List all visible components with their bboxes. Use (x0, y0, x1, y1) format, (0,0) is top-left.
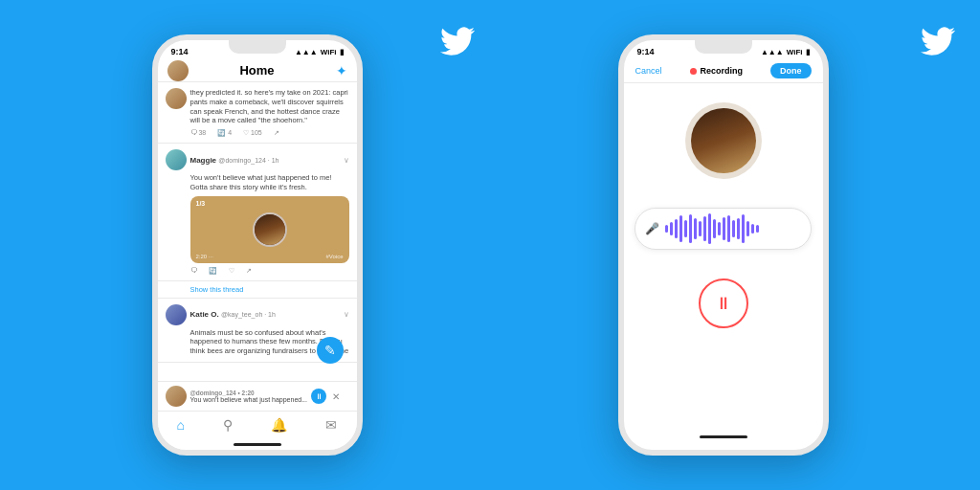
waveform-bar-14 (732, 220, 735, 237)
phone-notch-2 (695, 40, 752, 54)
tweet-username-3: Katie O. (190, 310, 219, 319)
pause-icon: ⏸ (715, 294, 732, 314)
home-header: Home ✦ (158, 59, 357, 82)
waveform-bar-2 (675, 219, 678, 238)
tweet-handle-3: @kay_tee_oh · 1h (221, 311, 276, 318)
phone-recording: 9:14 ▲▲▲ WiFi ▮ Cancel Recording Done (618, 34, 829, 456)
mini-player-close-btn[interactable]: ✕ (332, 391, 340, 402)
tweet-text-1: they predicted it. so here's my take on … (190, 88, 349, 125)
share-icon-2[interactable]: ↗ (246, 267, 252, 275)
waveform-bar-1 (670, 222, 673, 235)
like-count-1[interactable]: ♡ 105 (243, 129, 262, 137)
waveform-bar-7 (699, 221, 702, 236)
voice-card-tag: #Voice (325, 254, 343, 259)
tweet-avatar-3 (166, 304, 187, 325)
waveform-bar-12 (723, 217, 725, 240)
scene: 9:14 ▲▲▲ WiFi ▮ Home ✦ they predicted it… (0, 0, 980, 490)
retweet-icon-2[interactable]: 🔄 (209, 267, 217, 275)
phone-home-feed: 9:14 ▲▲▲ WiFi ▮ Home ✦ they predicted it… (152, 34, 363, 456)
recording-avatar-inner (691, 108, 756, 173)
tweet-header-3: Katie O. @kay_tee_oh · 1h ∨ (166, 304, 349, 325)
voice-card-counter: 1/3 (196, 200, 206, 207)
waveform-bar-3 (679, 215, 682, 242)
phone-notch-1 (229, 40, 286, 54)
mini-player: @domingo_124 • 2:20 You won't believe wh… (158, 381, 357, 411)
twitter-logo-left (440, 27, 475, 59)
compose-mic-button[interactable]: ✎ (317, 337, 344, 364)
battery-icon: ▮ (340, 48, 344, 56)
retweet-count-1[interactable]: 🔄 4 (217, 129, 232, 137)
home-title: Home (239, 63, 274, 78)
mini-player-handle: @domingo_124 • 2:20 (190, 390, 308, 396)
waveform-container: 🎤 (635, 208, 812, 250)
tweet-avatar-1 (166, 88, 187, 109)
recording-status: Recording (690, 66, 744, 76)
tweet-item-2: Maggie @domingo_124 · 1h ∨ You won't bel… (158, 144, 357, 281)
tweet-handle-2: @domingo_124 · 1h (218, 157, 278, 164)
waveform-bar-18 (751, 224, 754, 234)
recording-dot (690, 68, 697, 75)
tweet-more-2[interactable]: ∨ (344, 156, 349, 165)
mini-player-info: @domingo_124 • 2:20 You won't believe wh… (190, 390, 308, 403)
wifi-icon-2: WiFi (787, 48, 803, 56)
waveform-bar-6 (694, 218, 697, 239)
waveform-bars (665, 213, 801, 244)
mini-player-controls: ⏸ ✕ (311, 389, 340, 404)
status-time-1: 9:14 (171, 47, 189, 56)
waveform-bar-9 (708, 213, 711, 244)
comment-icon-2[interactable]: 🗨 (190, 267, 197, 275)
waveform-bar-11 (718, 222, 721, 235)
pause-button-large[interactable]: ⏸ (699, 278, 748, 328)
signal-icon: ▲▲▲ (295, 48, 318, 56)
header-avatar[interactable] (167, 60, 189, 81)
waveform-bar-13 (727, 215, 730, 242)
show-thread[interactable]: Show this thread (158, 281, 357, 299)
tweet-avatar-2 (166, 149, 187, 170)
waveform-bar-8 (703, 216, 706, 241)
tweet-item-1: they predicted it. so here's my take on … (158, 82, 357, 144)
nav-messages-icon[interactable]: ✉ (325, 417, 337, 433)
tweet-username-2: Maggie (190, 156, 217, 165)
status-icons-1: ▲▲▲ WiFi ▮ (295, 48, 344, 56)
waveform-bar-10 (713, 219, 716, 238)
battery-icon-2: ▮ (806, 48, 810, 56)
tweet-content-1: they predicted it. so here's my take on … (190, 88, 349, 137)
waveform-bar-15 (737, 218, 740, 239)
mini-player-text: You won't believe what just happened... (190, 396, 308, 403)
voice-card[interactable]: 1/3 2:20 ··· #Voice (190, 196, 349, 263)
recording-body: 🎤 ⏸ (624, 83, 823, 338)
wifi-icon: WiFi (321, 48, 337, 56)
waveform-bar-19 (756, 225, 759, 233)
recording-header: Cancel Recording Done (624, 59, 823, 83)
recording-label: Recording (701, 66, 744, 76)
tweet-feed: they predicted it. so here's my take on … (158, 82, 357, 415)
tweet-text-2: You won't believe what just happened to … (190, 173, 349, 192)
like-icon-2[interactable]: ♡ (229, 267, 234, 275)
nav-home-icon[interactable]: ⌂ (177, 417, 185, 433)
recording-avatar-large (685, 102, 762, 179)
voice-card-avatar (253, 212, 287, 247)
share-icon-1[interactable]: ↗ (274, 129, 279, 137)
waveform-bar-0 (665, 225, 668, 233)
status-icons-2: ▲▲▲ WiFi ▮ (761, 48, 810, 56)
sparkle-icon[interactable]: ✦ (336, 63, 347, 78)
cancel-button[interactable]: Cancel (635, 66, 662, 76)
home-indicator-2 (700, 435, 747, 438)
comment-count-1[interactable]: 🗨 38 (190, 129, 207, 137)
tweet-header-2: Maggie @domingo_124 · 1h ∨ (166, 149, 349, 170)
tweet-user-info-3: Katie O. @kay_tee_oh · 1h (190, 310, 276, 319)
done-button[interactable]: Done (770, 63, 812, 78)
nav-notifications-icon[interactable]: 🔔 (271, 417, 287, 433)
twitter-logo-right (921, 27, 955, 59)
waveform-bar-5 (689, 214, 692, 243)
tweet-actions-2: 🗨 🔄 ♡ ↗ (190, 267, 349, 275)
nav-search-icon[interactable]: ⚲ (223, 417, 233, 433)
voice-card-time: 2:20 ··· (196, 254, 213, 259)
tweet-item-3: Katie O. @kay_tee_oh · 1h ∨ Animals must… (158, 299, 357, 363)
home-indicator-1 (234, 443, 281, 446)
signal-icon-2: ▲▲▲ (761, 48, 784, 56)
nav-bar-1: ⌂ ⚲ 🔔 ✉ (158, 411, 357, 440)
mini-player-pause-btn[interactable]: ⏸ (311, 389, 326, 404)
tweet-more-3[interactable]: ∨ (344, 310, 349, 319)
tweet-actions-1: 🗨 38 🔄 4 ♡ 105 ↗ (190, 129, 349, 137)
